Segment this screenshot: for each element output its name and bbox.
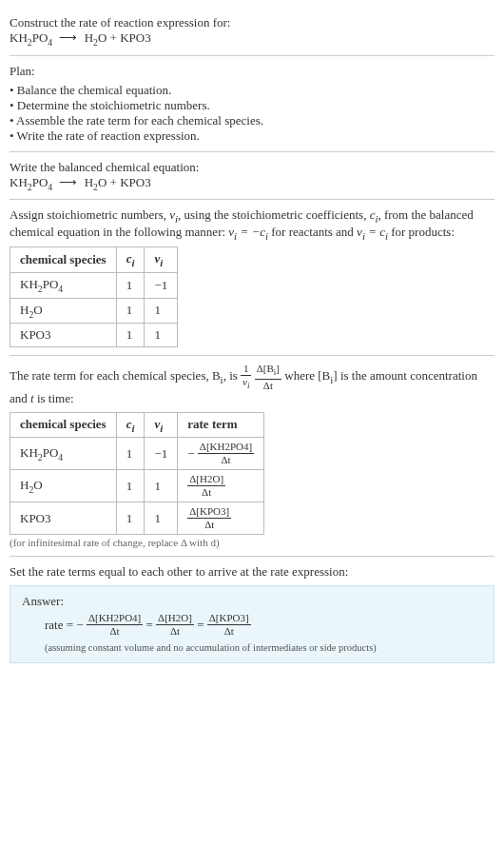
col-ci: ci <box>116 247 145 273</box>
neg-sign: − <box>187 446 194 462</box>
cell-species: H2O <box>10 470 117 502</box>
rate-note: (for infinitesimal rate of change, repla… <box>10 537 494 548</box>
cell-species: H2O <box>10 298 117 324</box>
balanced-section: Write the balanced chemical equation: KH… <box>10 152 494 201</box>
eq-rhs-h: H <box>85 30 93 45</box>
final-section: Set the rate terms equal to each other t… <box>10 557 494 671</box>
bal-rhs-rest: O + KPO3 <box>98 175 151 189</box>
arrow-icon: ⟶ <box>55 175 81 189</box>
cell-species: KPO3 <box>10 324 117 347</box>
plan-item: Write the rate of reaction expression. <box>10 128 494 144</box>
cell-nui: 1 <box>145 502 178 535</box>
num: Δ[KH2PO4] <box>87 613 143 625</box>
col-species: chemical species <box>10 412 117 438</box>
stoich-text: for products: <box>388 225 455 239</box>
rate-intro: The rate term for each chemical species,… <box>10 364 494 405</box>
den: Δt <box>198 454 254 465</box>
rate-text: The rate term for each chemical species,… <box>10 368 221 383</box>
plan-item: Determine the stoichiometric numbers. <box>10 98 494 113</box>
rate-frac: Δ[KPO3] Δt <box>207 613 251 637</box>
frac-dB: Δ[Bi] Δt <box>255 364 281 390</box>
cell-ci: 1 <box>116 438 145 470</box>
problem-header: Construct the rate of reaction expressio… <box>10 8 494 56</box>
col-ci: ci <box>116 412 145 438</box>
problem-equation: KH2PO4 ⟶ H2O + KPO3 <box>10 30 494 48</box>
col-rate: rate term <box>178 412 264 438</box>
den: Δt <box>187 519 231 530</box>
eq-lhs-sub2: 4 <box>48 37 52 48</box>
cell-nui: 1 <box>145 324 178 347</box>
answer-assumption: (assuming constant volume and no accumul… <box>22 642 482 653</box>
cell-nui: 1 <box>145 470 178 502</box>
cell-ci: 1 <box>116 298 145 324</box>
balanced-equation: KH2PO4 ⟶ H2O + KPO3 <box>10 175 494 192</box>
stoich-table: chemical species ci νi KH2PO4 1 −1 H2O 1… <box>10 246 178 347</box>
bal-lhs-sub2: 4 <box>48 181 52 191</box>
rate-frac: Δ[KH2PO4] Δt <box>198 442 254 465</box>
neg-sign: − <box>76 618 83 633</box>
bal-rhs-h: H <box>85 175 93 189</box>
bal-lhs: KH <box>10 175 28 189</box>
cell-ci: 1 <box>116 272 145 298</box>
stoich-text: , using the stoichiometric coefficients, <box>178 207 370 222</box>
cell-nui: 1 <box>145 298 178 324</box>
table-row: KPO3 1 1 <box>10 324 178 347</box>
den: Δt <box>255 380 281 391</box>
cell-rate: − Δ[KH2PO4] Δt <box>178 438 264 470</box>
rate-frac: Δ[H2O] Δt <box>187 474 225 498</box>
stoich-section: Assign stoichiometric numbers, νi, using… <box>10 200 494 356</box>
problem-prompt: Construct the rate of reaction expressio… <box>10 15 494 30</box>
nu-i: νi <box>169 207 178 222</box>
rate-frac: Δ[H2O] Δt <box>156 613 194 637</box>
num: Δ[KPO3] <box>187 506 231 519</box>
answer-expression: rate = − Δ[KH2PO4] Δt = Δ[H2O] Δt = Δ[KP… <box>22 613 482 637</box>
rate-text: where [B <box>284 368 330 383</box>
answer-label: Answer: <box>22 594 482 609</box>
plan-title: Plan: <box>10 64 494 79</box>
num: Δ[KH2PO4] <box>198 442 254 454</box>
num: Δ[H2O] <box>156 613 194 625</box>
stoich-text: for reactants and <box>268 225 357 239</box>
cell-ci: 1 <box>116 324 145 347</box>
table-row: H2O 1 1 Δ[H2O] Δt <box>10 470 264 502</box>
rate-frac: Δ[KPO3] Δt <box>187 506 231 530</box>
equals: = <box>146 618 153 633</box>
plan-list: Balance the chemical equation. Determine… <box>10 83 494 144</box>
rate-text: is time: <box>34 391 74 405</box>
rate-frac: Δ[KH2PO4] Δt <box>87 613 143 637</box>
rate-table: chemical species ci νi rate term KH2PO4 … <box>10 412 264 536</box>
col-species: chemical species <box>10 247 117 273</box>
cell-nui: −1 <box>145 272 178 298</box>
den: νi <box>241 376 251 390</box>
eq-lhs: KH <box>10 30 28 45</box>
cell-rate: Δ[H2O] Δt <box>178 470 264 502</box>
cell-nui: −1 <box>145 438 178 470</box>
rel1: νi = −ci <box>228 225 268 239</box>
plan-item: Balance the chemical equation. <box>10 83 494 98</box>
plan-item: Assemble the rate term for each chemical… <box>10 113 494 128</box>
col-nui: νi <box>145 412 178 438</box>
num: Δ[Bi] <box>255 364 281 379</box>
rel2: νi = ci <box>357 225 388 239</box>
den: Δt <box>187 486 225 498</box>
table-row: KPO3 1 1 Δ[KPO3] Δt <box>10 502 264 535</box>
rate-section: The rate term for each chemical species,… <box>10 356 494 557</box>
num: Δ[KPO3] <box>207 613 251 625</box>
table-row: chemical species ci νi <box>10 247 178 273</box>
col-nui: νi <box>145 247 178 273</box>
cell-ci: 1 <box>116 502 145 535</box>
cell-species: KH2PO4 <box>10 272 117 298</box>
cell-rate: Δ[KPO3] Δt <box>178 502 264 535</box>
cell-ci: 1 <box>116 470 145 502</box>
equals: = <box>197 618 204 633</box>
num: 1 <box>241 364 251 376</box>
final-title: Set the rate terms equal to each other t… <box>10 564 494 580</box>
rate-label: rate = <box>45 618 73 633</box>
table-row: chemical species ci νi rate term <box>10 412 264 438</box>
num: Δ[H2O] <box>187 474 225 486</box>
table-row: KH2PO4 1 −1 − Δ[KH2PO4] Δt <box>10 438 264 470</box>
stoich-text: Assign stoichiometric numbers, <box>10 207 169 222</box>
balanced-title: Write the balanced chemical equation: <box>10 160 494 175</box>
table-row: KH2PO4 1 −1 <box>10 272 178 298</box>
rate-text: , is <box>223 368 241 383</box>
